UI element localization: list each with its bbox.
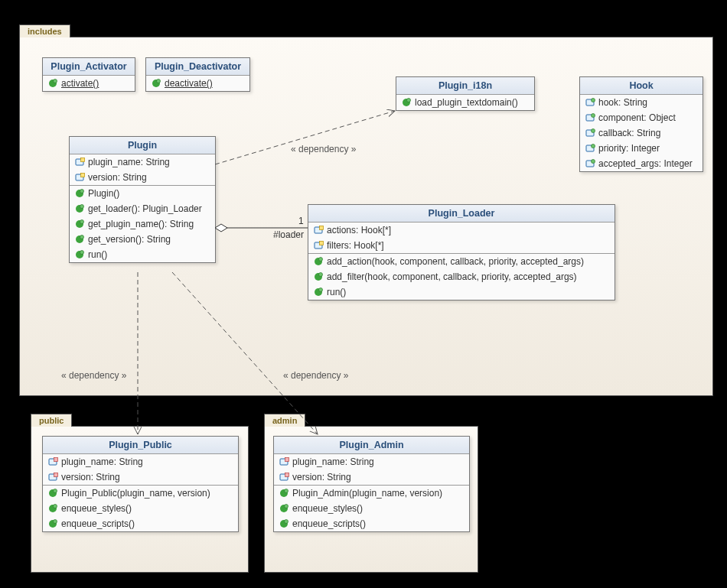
method-label: get_loader(): Plugin_Loader: [88, 203, 202, 214]
svg-point-29: [80, 251, 84, 255]
attr-label: component: Object: [598, 112, 676, 123]
public-method-icon: [313, 287, 324, 297]
method-row: Plugin_Public(plugin_name, version): [43, 486, 238, 501]
svg-rect-41: [54, 458, 58, 462]
svg-rect-19: [81, 174, 85, 177]
svg-point-37: [319, 273, 323, 277]
attr-row: priority: Integer: [580, 141, 703, 156]
svg-point-55: [285, 489, 289, 493]
public-method-icon: [401, 97, 412, 108]
method-row: Plugin(): [70, 186, 215, 201]
svg-point-1: [54, 80, 57, 83]
canvas: includes public admin Plugin_Activator a…: [0, 0, 727, 588]
public-method-icon: [74, 249, 85, 260]
attr-label: plugin_name: String: [61, 456, 143, 467]
public-static-method-icon: [47, 78, 58, 89]
public-static-method-icon: [151, 78, 161, 89]
class-plugin-deactivator: Plugin_Deactivator deactivate(): [145, 57, 250, 92]
protected-attr-icon: [313, 225, 324, 236]
attr-row: component: Object: [580, 110, 703, 125]
method-label: get_plugin_name(): String: [88, 219, 194, 229]
svg-point-45: [54, 489, 57, 493]
method-row: activate(): [43, 76, 135, 91]
svg-rect-51: [285, 458, 289, 462]
svg-point-47: [54, 505, 57, 508]
package-public-label: public: [39, 416, 64, 425]
class-plugin: Plugin plugin_name: String version: Stri…: [69, 136, 216, 263]
svg-point-11: [592, 129, 595, 133]
attr-label: version: String: [88, 172, 147, 183]
svg-point-15: [592, 160, 595, 164]
attr-label: filters: Hook[*]: [327, 240, 384, 251]
class-plugin-admin: Plugin_Admin plugin_name: String version…: [273, 436, 470, 532]
assoc-multiplicity: 1: [298, 216, 304, 226]
method-label: add_filter(hook, component, callback, pr…: [327, 271, 577, 282]
method-label: Plugin_Admin(plugin_name, version): [292, 488, 442, 499]
attr-label: callback: String: [598, 128, 660, 138]
svg-rect-43: [54, 473, 58, 477]
method-row: enqueue_scripts(): [274, 516, 469, 531]
svg-point-13: [592, 145, 595, 148]
method-row: run(): [308, 284, 615, 300]
private-attr-icon: [279, 456, 289, 467]
method-label: run(): [327, 287, 346, 297]
public-method-icon: [74, 188, 85, 199]
attr-row: version: String: [274, 469, 469, 485]
public-method-icon: [74, 219, 85, 229]
attr-label: accepted_args: Integer: [598, 158, 693, 169]
method-row: get_plugin_name(): String: [70, 216, 215, 232]
method-row: get_version(): String: [70, 232, 215, 247]
public-method-icon: [279, 503, 289, 514]
svg-point-7: [592, 99, 595, 102]
class-title: Plugin_i18n: [396, 77, 534, 95]
method-label: enqueue_scripts(): [292, 518, 366, 529]
svg-point-21: [80, 190, 84, 193]
public-method-icon: [313, 271, 324, 282]
package-admin-tab: admin: [264, 414, 305, 427]
svg-point-9: [592, 114, 595, 118]
svg-point-57: [285, 505, 289, 508]
method-label: Plugin_Public(plugin_name, version): [61, 488, 210, 499]
private-attr-icon: [279, 472, 289, 482]
method-label: deactivate(): [165, 78, 213, 89]
dependency-label: « dependency »: [61, 370, 126, 381]
svg-point-23: [80, 205, 84, 209]
class-plugin-activator: Plugin_Activator activate(): [42, 57, 135, 92]
svg-point-27: [80, 236, 84, 239]
attr-row: accepted_args: Integer: [580, 156, 703, 171]
attr-label: priority: Integer: [598, 143, 660, 154]
class-plugin-loader: Plugin_Loader actions: Hook[*] filters: …: [308, 204, 615, 300]
protected-attr-icon: [74, 157, 85, 167]
class-plugin-i18n: Plugin_i18n load_plugin_textdomain(): [396, 76, 535, 111]
attr-row: hook: String: [580, 95, 703, 110]
svg-point-5: [407, 99, 411, 102]
method-row: run(): [70, 247, 215, 262]
assoc-role: #loader: [273, 229, 304, 240]
method-row: load_plugin_textdomain(): [396, 95, 534, 110]
public-method-icon: [279, 488, 289, 499]
method-label: load_plugin_textdomain(): [415, 97, 518, 108]
svg-point-3: [157, 80, 161, 83]
class-title: Plugin_Admin: [274, 437, 469, 454]
svg-point-39: [319, 288, 323, 292]
svg-point-49: [54, 520, 57, 524]
method-label: Plugin(): [88, 188, 119, 199]
protected-attr-icon: [313, 240, 324, 251]
package-public-tab: public: [31, 414, 72, 427]
method-label: run(): [88, 249, 107, 260]
method-label: enqueue_styles(): [292, 503, 363, 514]
svg-point-59: [285, 520, 289, 524]
public-method-icon: [313, 256, 324, 267]
class-title: Hook: [580, 77, 703, 95]
public-method-icon: [74, 203, 85, 214]
method-label: enqueue_styles(): [61, 503, 132, 514]
public-method-icon: [47, 503, 58, 514]
class-plugin-public: Plugin_Public plugin_name: String versio…: [42, 436, 239, 532]
public-method-icon: [47, 518, 58, 529]
class-title: Plugin: [70, 137, 215, 154]
attr-row: version: String: [70, 170, 215, 185]
svg-rect-53: [285, 473, 289, 477]
package-includes-label: includes: [28, 27, 62, 36]
method-row: get_loader(): Plugin_Loader: [70, 201, 215, 216]
method-row: enqueue_styles(): [274, 501, 469, 516]
